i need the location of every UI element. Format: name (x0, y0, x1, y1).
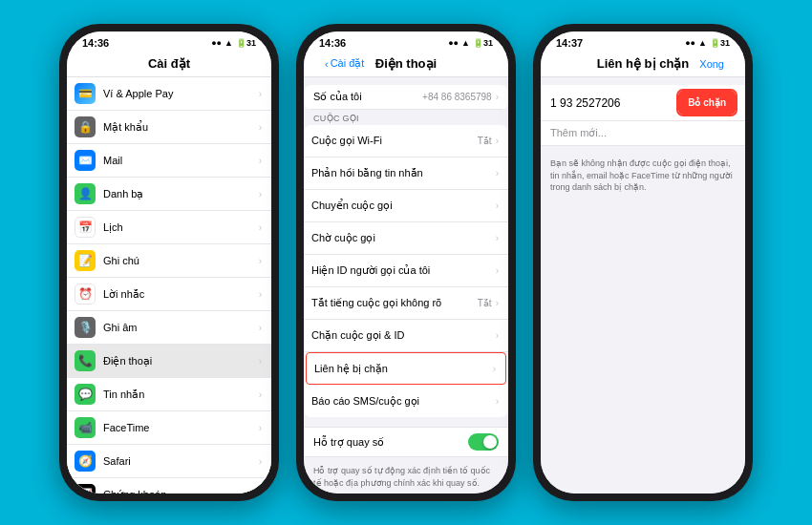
signal-icon-3: ●● (685, 38, 695, 48)
blocked-contact-row: 1 93 2527206 Bỏ chặn (541, 85, 745, 121)
item-icon-9: 💬 (75, 384, 96, 405)
settings-item-9[interactable]: 💬 Tin nhắn › (67, 378, 271, 411)
chevron2-icon-7: › (493, 364, 496, 374)
item-icon-7: 🎙️ (75, 317, 96, 338)
item-label-0: Ví & Apple Pay (103, 88, 259, 99)
item-icon-8: 📞 (75, 350, 96, 371)
phone2-item-1[interactable]: Phản hồi bằng tin nhắn › (304, 158, 508, 190)
chevron-icon-9: › (259, 389, 262, 400)
phone-2: 14:36 ●● ▲ 🔋31 ‹ Cài đặt Điện thoại Số c… (296, 24, 516, 501)
wifi-icon: ▲ (224, 38, 233, 48)
item-icon-4: 📅 (75, 217, 96, 238)
chevron-icon-0: › (259, 89, 262, 99)
battery-icon-3: 🔋31 (710, 38, 730, 48)
item-label-11: Safari (103, 455, 259, 467)
phone2-item-5[interactable]: Tắt tiếng cuộc gọi không rõ Tắt › (304, 287, 508, 320)
nav-back-2[interactable]: ‹ Cài đặt (325, 57, 364, 70)
phone2-label-5: Tắt tiếng cuộc gọi không rõ (311, 297, 478, 309)
phone2-item-0[interactable]: Cuộc gọi Wi-Fi Tắt › (304, 125, 508, 158)
phone-1-screen: 14:36 ●● ▲ 🔋31 Cài đặt 💳 Ví & Apple Pay … (67, 32, 271, 494)
settings-item-3[interactable]: 👤 Danh bạ › (67, 178, 271, 211)
settings-item-6[interactable]: ⏰ Lời nhắc › (67, 278, 271, 311)
settings-item-0[interactable]: 💳 Ví & Apple Pay › (67, 77, 271, 111)
phone2-label-6: Chặn cuộc gọi & ID (311, 329, 496, 342)
settings-item-10[interactable]: 📹 FaceTime › (67, 411, 271, 445)
chevron2-icon-2: › (496, 200, 499, 211)
item-label-1: Mật khẩu (103, 121, 259, 134)
item-label-6: Lời nhắc (103, 288, 259, 301)
settings-list-2: Số của tôi +84 86 8365798 › CUỘC GỌI Cuộ… (304, 77, 508, 494)
phone2-label-7: Liên hệ bị chặn (314, 363, 493, 375)
nav-title-3: Liên hệ bị chặn (597, 56, 690, 71)
item-label-5: Ghi chú (103, 255, 259, 266)
toggle-note: Hỗ trợ quay số tự động xác định tiền tố … (304, 459, 508, 494)
nav-title-2: Điện thoại (375, 56, 437, 71)
status-bar-1: 14:36 ●● ▲ 🔋31 (67, 32, 271, 52)
settings-item-7[interactable]: 🎙️ Ghi âm › (67, 311, 271, 345)
nav-action-done[interactable]: Xong (699, 58, 724, 70)
settings-list-3: 1 93 2527206 Bỏ chặn Thêm mới... Bạn sẽ … (541, 77, 745, 494)
item-icon-3: 👤 (75, 183, 96, 204)
phone2-item-6[interactable]: Chặn cuộc gọi & ID › (304, 320, 508, 352)
item-label-12: Chứng khoán (103, 489, 259, 494)
chevron-icon-3: › (259, 189, 262, 200)
settings-item-4[interactable]: 📅 Lịch › (67, 211, 271, 244)
settings-item-12[interactable]: 📈 Chứng khoán › (67, 478, 271, 494)
chevron2-icon-8: › (496, 396, 499, 407)
phone2-label-8: Báo cáo SMS/cuộc gọi (311, 395, 496, 408)
phone-3: 14:37 ●● ▲ 🔋31 Liên hệ bị chặn Xong 1 93… (533, 24, 753, 501)
chevron2-icon-6: › (496, 330, 499, 341)
phone2-label-1: Phản hồi bằng tin nhắn (311, 167, 496, 179)
settings-item-2[interactable]: ✉️ Mail › (67, 144, 271, 178)
status-time-2: 14:36 (319, 37, 346, 49)
settings-item-8[interactable]: 📞 Điện thoại › (67, 345, 271, 378)
settings-item-11[interactable]: 🧭 Safari › (67, 445, 271, 478)
item-icon-12: 📈 (75, 484, 96, 494)
chevron2-icon-3: › (496, 233, 499, 243)
item-label-2: Mail (103, 155, 259, 166)
chevron2-icon-1: › (496, 168, 499, 178)
wifi-icon-3: ▲ (698, 38, 707, 48)
unblock-button[interactable]: Bỏ chặn (678, 91, 736, 115)
chevron2-icon-5: › (496, 298, 499, 308)
toggle-row[interactable]: Hỗ trợ quay số (304, 427, 508, 457)
settings-item-5[interactable]: 📝 Ghi chú › (67, 244, 271, 278)
phone2-item-3[interactable]: Chờ cuộc gọi › (304, 222, 508, 255)
chevron-icon-10: › (259, 423, 262, 433)
status-icons-1: ●● ▲ 🔋31 (211, 38, 256, 48)
item-label-10: FaceTime (103, 422, 259, 433)
chevron2-icon-0: › (496, 136, 499, 146)
phone-3-screen: 14:37 ●● ▲ 🔋31 Liên hệ bị chặn Xong 1 93… (541, 32, 745, 494)
add-new-placeholder: Thêm mới... (550, 127, 607, 138)
phone2-label-4: Hiện ID người gọi của tôi (311, 264, 496, 277)
add-new-row[interactable]: Thêm mới... (541, 121, 745, 146)
battery-icon: 🔋31 (236, 38, 256, 48)
status-bar-3: 14:37 ●● ▲ 🔋31 (541, 32, 745, 52)
blocked-number: 1 93 2527206 (550, 96, 620, 110)
nav-bar-3: Liên hệ bị chặn Xong (541, 52, 745, 77)
item-label-8: Điện thoại (103, 355, 259, 368)
phone2-item-7[interactable]: Liên hệ bị chặn › (306, 352, 506, 385)
status-time-3: 14:37 (556, 37, 583, 49)
chevron2-icon-4: › (496, 265, 499, 276)
phone2-item-2[interactable]: Chuyển cuộc gọi › (304, 190, 508, 222)
nav-bar-2: ‹ Cài đặt Điện thoại (304, 52, 508, 77)
toggle-switch[interactable] (468, 433, 499, 451)
chevron-icon-6: › (259, 289, 262, 300)
chevron-icon-5: › (259, 256, 262, 266)
status-bar-2: 14:36 ●● ▲ 🔋31 (304, 32, 508, 52)
item-label-4: Lịch (103, 221, 259, 234)
chevron-icon-8: › (259, 356, 262, 367)
phone2-label-0: Cuộc gọi Wi-Fi (311, 135, 478, 147)
phone2-item-4[interactable]: Hiện ID người gọi của tôi › (304, 255, 508, 287)
item-label-7: Ghi âm (103, 322, 259, 333)
item-icon-10: 📹 (75, 417, 96, 438)
item-icon-2: ✉️ (75, 150, 96, 171)
chevron-icon-2: › (259, 156, 262, 166)
chevron-icon-7: › (259, 323, 262, 333)
phone2-item-8[interactable]: Báo cáo SMS/cuộc gọi › (304, 385, 508, 417)
signal-icon-2: ●● (448, 38, 459, 48)
settings-item-1[interactable]: 🔒 Mật khẩu › (67, 111, 271, 144)
nav-bar-1: Cài đặt (67, 52, 271, 77)
item-label-9: Tin nhắn (103, 388, 259, 401)
